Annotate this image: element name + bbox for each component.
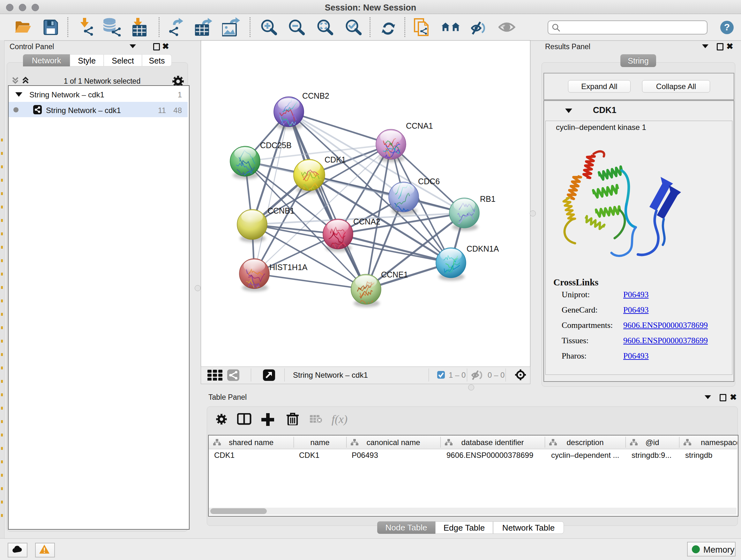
svg-text:CCNA1: CCNA1 <box>406 121 433 130</box>
svg-text:CCNE1: CCNE1 <box>381 270 408 279</box>
svg-text:HIST1H1A: HIST1H1A <box>269 263 308 272</box>
svg-text:CDC25B: CDC25B <box>260 141 292 150</box>
svg-text:CCNA2: CCNA2 <box>353 217 381 226</box>
svg-text:CDKN1A: CDKN1A <box>467 244 499 253</box>
svg-text:?: ? <box>724 22 730 32</box>
svg-text:CDC6: CDC6 <box>418 177 440 186</box>
svg-text:CCNB1: CCNB1 <box>267 206 294 215</box>
svg-text:RB1: RB1 <box>480 194 495 203</box>
svg-text:CDK1: CDK1 <box>325 155 346 164</box>
svg-text:CCNB2: CCNB2 <box>302 91 329 100</box>
